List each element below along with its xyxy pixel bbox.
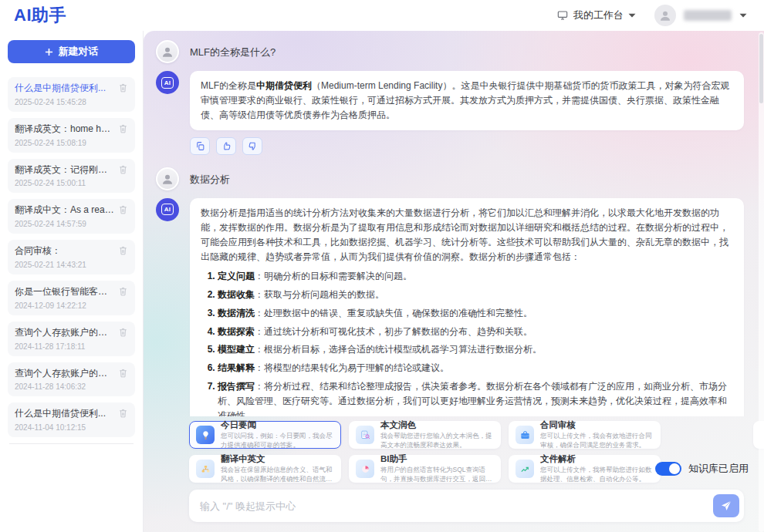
conversation-time: 2024-11-04 10:12:15	[15, 423, 128, 432]
trash-icon[interactable]	[118, 408, 128, 419]
card-desc: 将用户的自然语言转化为SQL查询语句，并直接与数据库进行交互，返回智能推荐的图表…	[380, 466, 494, 483]
trash-icon[interactable]	[118, 123, 128, 134]
bulb-icon	[196, 426, 215, 444]
knowledge-toggle-label: 知识库已启用	[688, 462, 749, 476]
person-icon	[161, 172, 174, 186]
user-avatar	[156, 40, 179, 63]
chevron-down-icon[interactable]	[739, 13, 747, 19]
conversation-title: 什么是中期借贷便利...	[15, 82, 115, 95]
conversation-title: 什么是中期借贷便利...	[15, 407, 115, 420]
thumbs-up-icon	[221, 141, 232, 151]
conversation-title: 你是一位银行智能客服，...	[15, 285, 115, 298]
paper-plane-icon	[720, 500, 732, 512]
conversation-item[interactable]: 翻译成英文：记得刚开始... 2025-02-24 15:00:11	[8, 159, 135, 194]
workspace-label: 我的工作台	[573, 8, 624, 22]
card-title: 文件解析	[540, 454, 654, 465]
conversation-title: 查询个人存款账户的最新...	[15, 326, 115, 339]
card-daily-news[interactable]: 今日要闻 您可以问我，例如：今日要闻，我会尽力提供准确和可靠的答案。	[189, 421, 341, 449]
user-message: 数据分析	[156, 167, 744, 190]
card-bi-assistant[interactable]: BI助手 将用户的自然语言转化为SQL查询语句，并直接与数据库进行交互，返回智能…	[349, 455, 501, 483]
knowledge-toggle[interactable]	[655, 462, 681, 476]
new-chat-label: 新建对话	[59, 45, 99, 59]
conversation-time: 2025-02-24 14:57:59	[15, 220, 128, 228]
message-actions	[190, 137, 744, 155]
person-icon	[161, 45, 174, 59]
conversation-title: 翻译成中文：As a reader...	[15, 204, 115, 217]
trash-icon[interactable]	[118, 286, 128, 297]
briefcase-icon	[516, 426, 534, 444]
card-text-polish[interactable]: 本文润色 我会帮助您进行您输入的文本润色，提高文本的流畅度和表达效果。	[349, 421, 501, 449]
conversation-item[interactable]: 合同审核： 2025-02-21 14:43:21	[8, 240, 135, 274]
conversation-time: 2025-02-24 15:00:11	[15, 179, 128, 187]
trash-icon[interactable]	[118, 204, 128, 215]
conversation-title: 查询个人存款账户的最新...	[15, 367, 115, 380]
card-title: 合同审核	[540, 420, 654, 431]
ai-message: AI 数据分析是指用适当的统计分析方法对收集来的大量数据进行分析，将它们加以汇总…	[156, 198, 744, 416]
conversation-item[interactable]: 查询个人存款账户的最新... 2024-11-28 14:06:32	[8, 362, 135, 397]
chevron-down-icon	[628, 13, 636, 19]
card-desc: 我会帮助您进行您输入的文本润色，提高文本的流畅度和表达效果。	[380, 432, 494, 450]
trend-icon	[516, 460, 534, 478]
username-redacted[interactable]	[684, 10, 732, 21]
thumbs-down-button[interactable]	[242, 137, 262, 155]
ai-message: AI MLF的全称是中期借贷便利（Medium-term Lending Fac…	[156, 71, 744, 130]
conversation-item[interactable]: 查询个人存款账户的最新... 2024-11-28 17:18:11	[8, 322, 135, 356]
conversation-item[interactable]: 你是一位银行智能客服，... 2024-12-09 14:22:12	[8, 281, 135, 315]
card-desc: 我会旨在保留原始信息的含义、语气和风格，以确保翻译的准确性和自然流畅。	[221, 466, 334, 483]
conversation-title: 合同审核：	[15, 244, 115, 258]
user-avatar	[156, 167, 179, 190]
thumbs-down-icon	[248, 141, 258, 151]
topbar: AI助手 我的工作台	[0, 0, 764, 31]
ai-avatar: AI	[156, 71, 179, 94]
avatar[interactable]	[654, 5, 676, 26]
person-icon	[658, 8, 672, 22]
conversation-item[interactable]: 什么是中期借贷便利... 2024-11-04 10:12:15	[8, 402, 135, 437]
trash-icon[interactable]	[118, 368, 128, 379]
conversation-item[interactable]: 翻译成英文：home home 2025-02-24 15:08:19	[8, 118, 135, 153]
step-item: 模型建立：根据分析目标，选择合适的统计模型或机器学习算法进行数据分析。	[218, 342, 733, 357]
divider	[9, 443, 134, 444]
card-translate[interactable]: 翻译中英文 我会旨在保留原始信息的含义、语气和风格，以确保翻译的准确性和自然流畅…	[189, 455, 341, 483]
copy-button[interactable]	[190, 137, 210, 155]
card-desc: 您可以上传文件，我将帮助您进行如数据处理、信息检索、自动化办公等。	[540, 466, 654, 483]
ai-text: MLF的全称是	[201, 80, 256, 91]
card-file-parse[interactable]: 文件解析 您可以上传文件，我将帮助您进行如数据处理、信息检索、自动化办公等。	[509, 455, 661, 483]
conversation-time: 2025-02-24 15:45:28	[15, 98, 128, 106]
conversation-time: 2024-11-28 17:18:11	[15, 342, 128, 351]
thumbs-up-button[interactable]	[216, 137, 236, 155]
pie-chart-icon	[356, 460, 374, 478]
card-title: BI助手	[380, 454, 494, 465]
composer	[189, 490, 744, 522]
step-item: 数据收集：获取与分析问题相关的数据。	[218, 288, 733, 302]
ai-message-card: 数据分析是指用适当的统计分析方法对收集来的大量数据进行分析，将它们加以汇总和理解…	[190, 198, 744, 416]
card-title: 本文润色	[380, 420, 494, 431]
conversation-time: 2024-11-28 14:06:32	[15, 382, 128, 391]
page-scrollbar[interactable]	[759, 32, 764, 532]
workspace-menu[interactable]: 我的工作台	[556, 8, 636, 22]
conversation-item[interactable]: 什么是中期借贷便利... 2025-02-24 15:45:28	[8, 77, 135, 112]
step-item: 报告撰写：将分析过程、结果和结论整理成报告，供决策者参考。数据分析在各个领域都有…	[218, 379, 733, 416]
copy-icon	[195, 141, 205, 151]
trash-icon[interactable]	[118, 245, 128, 256]
trash-icon[interactable]	[118, 164, 128, 175]
translate-icon	[196, 460, 215, 478]
new-chat-button[interactable]: 新建对话	[8, 40, 135, 63]
trash-icon[interactable]	[118, 327, 128, 338]
analysis-steps-list: 定义问题：明确分析的目标和需要解决的问题。 数据收集：获取与分析问题相关的数据。…	[201, 269, 733, 416]
conversation-list: 什么是中期借贷便利... 2025-02-24 15:45:28 翻译成英文：h…	[8, 77, 135, 444]
step-item: 结果解释：将模型的结果转化为易于理解的结论或建议。	[218, 361, 733, 375]
trash-icon[interactable]	[118, 82, 128, 93]
card-title: 今日要闻	[221, 420, 334, 431]
conversation-time: 2025-02-21 14:43:21	[15, 261, 128, 269]
user-message-text: MLF的全称是什么?	[190, 40, 276, 59]
send-button[interactable]	[713, 494, 739, 517]
card-contract-review[interactable]: 合同审核 您可以上传文件，我会有效地进行合同审核，确保合同满足您的业务需求。	[509, 421, 661, 449]
conversation-time: 2024-12-09 14:22:12	[15, 301, 128, 310]
message-input[interactable]	[200, 500, 713, 512]
ai-intro: 数据分析是指用适当的统计分析方法对收集来的大量数据进行分析，将它们加以汇总和理解…	[201, 207, 729, 262]
step-item: 定义问题：明确分析的目标和需要解决的问题。	[218, 269, 733, 284]
conversation-item[interactable]: 翻译成中文：As a reader... 2025-02-24 14:57:59	[8, 199, 135, 234]
user-message: MLF的全称是什么?	[156, 40, 744, 63]
conversation-time: 2025-02-24 15:08:19	[15, 139, 128, 147]
step-item: 数据清洗：处理数据中的错误、重复或缺失值，确保数据的准确性和完整性。	[218, 306, 733, 321]
